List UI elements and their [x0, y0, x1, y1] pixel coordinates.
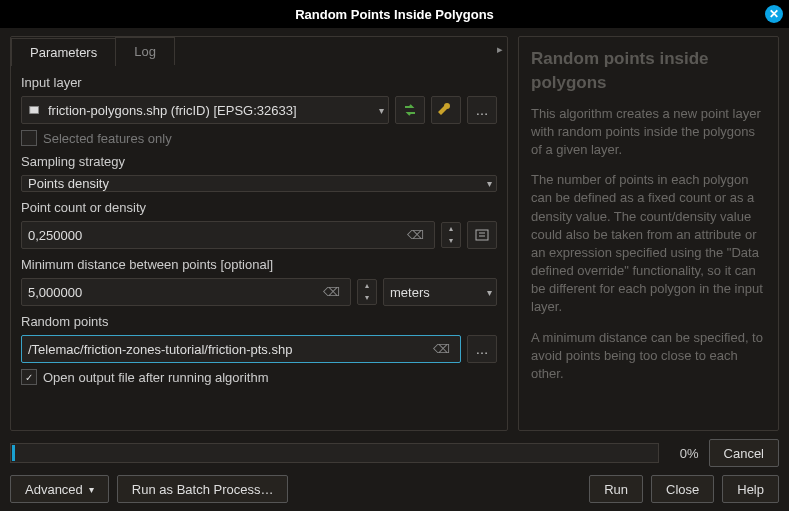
dialog: Random Points Inside Polygons ✕ Paramete…	[0, 0, 789, 511]
polygon-icon	[28, 103, 42, 117]
count-spinner[interactable]: ▴▾	[441, 222, 461, 248]
clear-icon[interactable]: ⌫	[429, 342, 454, 356]
selected-features-checkbox[interactable]: Selected features only	[21, 130, 497, 146]
button-row: Advanced Run as Batch Process… Run Close…	[10, 475, 779, 503]
chevron-down-icon: ▾	[379, 105, 384, 116]
chevron-down-icon: ▾	[442, 235, 460, 247]
help-title: Random points inside polygons	[531, 47, 766, 95]
strategy-combo[interactable]: Points density ▾	[21, 175, 497, 192]
dialog-title: Random Points Inside Polygons	[295, 7, 494, 22]
output-browse-button[interactable]: …	[467, 335, 497, 363]
help-paragraph: The number of points in each polygon can…	[531, 171, 766, 317]
progress-fill	[12, 445, 15, 461]
checkbox-box	[21, 130, 37, 146]
count-input[interactable]: 0,250000 ⌫	[21, 221, 435, 249]
dialog-body: Parameters Log ▸ Input layer friction-po…	[0, 28, 789, 431]
mindist-input[interactable]: 5,000000 ⌫	[21, 278, 351, 306]
close-icon[interactable]: ✕	[765, 5, 783, 23]
input-layer-combo[interactable]: friction-polygons.shp (fricID) [EPSG:326…	[21, 96, 389, 124]
chevron-down-icon: ▾	[358, 292, 376, 304]
cancel-button[interactable]: Cancel	[709, 439, 779, 467]
iterate-button[interactable]	[395, 96, 425, 124]
select-tool-button[interactable]	[431, 96, 461, 124]
input-layer-label: Input layer	[21, 75, 497, 90]
iterate-icon	[402, 102, 418, 118]
expression-icon	[474, 227, 490, 243]
clear-icon[interactable]: ⌫	[319, 285, 344, 299]
help-button[interactable]: Help	[722, 475, 779, 503]
parameters-form: Input layer friction-polygons.shp (fricI…	[11, 65, 507, 393]
mindist-spinner[interactable]: ▴▾	[357, 279, 377, 305]
progress-percent: 0%	[669, 446, 699, 461]
help-panel: Random points inside polygons This algor…	[518, 36, 779, 431]
chevron-up-icon: ▴	[442, 223, 460, 235]
output-label: Random points	[21, 314, 497, 329]
mindist-unit-combo[interactable]: meters ▾	[383, 278, 497, 306]
strategy-label: Sampling strategy	[21, 154, 497, 169]
help-paragraph: A minimum distance can be specified, to …	[531, 329, 766, 384]
data-override-button[interactable]	[467, 221, 497, 249]
titlebar: Random Points Inside Polygons ✕	[0, 0, 789, 28]
batch-button[interactable]: Run as Batch Process…	[117, 475, 289, 503]
svg-rect-0	[30, 107, 39, 114]
wrench-icon	[438, 102, 454, 118]
clear-icon[interactable]: ⌫	[403, 228, 428, 242]
output-path-input[interactable]: /Telemac/friction-zones-tutorial/frictio…	[21, 335, 461, 363]
progress-bar	[10, 443, 659, 463]
tab-log[interactable]: Log	[115, 37, 175, 65]
svg-rect-1	[476, 230, 488, 240]
left-panel: Parameters Log ▸ Input layer friction-po…	[10, 36, 508, 431]
close-button[interactable]: Close	[651, 475, 714, 503]
tab-parameters[interactable]: Parameters	[11, 38, 116, 66]
chevron-up-icon: ▴	[358, 280, 376, 292]
mindist-label: Minimum distance between points [optiona…	[21, 257, 497, 272]
ellipsis-icon: …	[476, 103, 489, 118]
tab-bar: Parameters Log ▸	[11, 37, 507, 65]
advanced-button[interactable]: Advanced	[10, 475, 109, 503]
help-paragraph: This algorithm creates a new point layer…	[531, 105, 766, 160]
open-after-checkbox[interactable]: ✓ Open output file after running algorit…	[21, 369, 497, 385]
chevron-down-icon: ▾	[487, 178, 492, 189]
ellipsis-icon: …	[476, 342, 489, 357]
run-button[interactable]: Run	[589, 475, 643, 503]
count-label: Point count or density	[21, 200, 497, 215]
expand-icon[interactable]: ▸	[497, 43, 503, 56]
progress-row: 0% Cancel	[10, 439, 779, 467]
bottom-bar: 0% Cancel Advanced Run as Batch Process……	[0, 431, 789, 511]
checkbox-box: ✓	[21, 369, 37, 385]
input-more-button[interactable]: …	[467, 96, 497, 124]
chevron-down-icon: ▾	[487, 287, 492, 298]
